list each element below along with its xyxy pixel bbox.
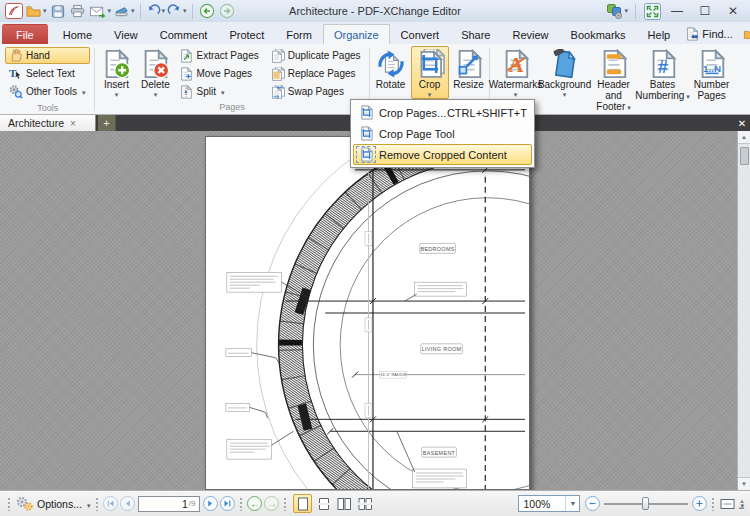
previous-page-button[interactable]	[120, 496, 135, 511]
svg-text:1..N: 1..N	[703, 63, 721, 74]
bates-numbering-button[interactable]: # Bates Numbering	[639, 46, 687, 103]
delete-pages-button[interactable]: Delete ▾	[136, 46, 174, 99]
undo-button[interactable]: ▾	[145, 2, 167, 21]
duplicate-pages-button[interactable]: Duplicate Pages	[268, 47, 366, 64]
search-button[interactable]: Search...	[739, 26, 750, 42]
layout-single-page-button[interactable]	[293, 494, 312, 513]
previous-view-button[interactable]	[197, 2, 217, 21]
folder-icon	[25, 4, 42, 19]
replace-pages-icon	[271, 67, 285, 81]
tab-organize[interactable]: Organize	[323, 24, 390, 44]
minimize-button[interactable]: —	[664, 2, 690, 20]
options-button[interactable]: Options...	[14, 495, 92, 512]
extract-pages-icon	[179, 49, 193, 63]
toolbar-grip	[239, 497, 243, 511]
tab-home[interactable]: Home	[52, 24, 103, 44]
crop-button[interactable]: Crop ▾	[411, 46, 449, 99]
new-tab-button[interactable]	[98, 115, 116, 131]
shortcut-label: CTRL+SHIFT+T	[447, 107, 527, 119]
resize-button[interactable]: Resize	[450, 46, 488, 91]
layout-continuous-button[interactable]	[314, 494, 333, 513]
tab-view[interactable]: View	[103, 24, 149, 44]
fullscreen-button[interactable]	[642, 2, 662, 21]
tab-bookmarks[interactable]: Bookmarks	[560, 24, 637, 44]
previous-view-button-status[interactable]: ←	[247, 496, 262, 511]
split-button[interactable]: Split	[176, 83, 263, 100]
toolbar-grip	[711, 497, 715, 511]
tab-comment[interactable]: Comment	[149, 24, 219, 44]
pdf-page[interactable]: BEDROOMS LIVING ROOM BASEMENT 16'-0" RAD…	[205, 136, 530, 490]
zoom-in-button[interactable]	[692, 496, 707, 511]
document-area[interactable]: BEDROOMS LIVING ROOM BASEMENT 16'-0" RAD…	[0, 131, 750, 490]
scroll-up-icon[interactable]: ▲	[738, 131, 750, 144]
dropdown-arrow-icon: ▾	[115, 91, 119, 98]
dropdown-arrow-icon: ▾	[154, 91, 158, 98]
swap-pages-icon	[271, 85, 285, 99]
layout-two-pages-continuous-button[interactable]	[356, 494, 375, 513]
email-button[interactable]: ▾	[88, 2, 113, 21]
tab-file[interactable]: File	[2, 24, 48, 44]
first-page-button[interactable]	[103, 496, 118, 511]
redo-button[interactable]: ▾	[166, 2, 188, 21]
maximize-button[interactable]: ☐	[692, 2, 718, 20]
resize-icon	[454, 49, 484, 79]
scanner-icon	[113, 4, 130, 19]
menu-item-crop-pages[interactable]: Crop Pages... CTRL+SHIFT+T	[353, 102, 532, 123]
document-tab-architecture[interactable]: Architecture	[0, 115, 96, 131]
header-footer-button[interactable]: Header and Footer	[590, 46, 638, 114]
tab-close-icon[interactable]	[70, 117, 76, 129]
tab-share[interactable]: Share	[450, 24, 501, 44]
swap-pages-button[interactable]: Swap Pages	[268, 83, 366, 100]
tab-help[interactable]: Help	[637, 24, 682, 44]
number-pages-button[interactable]: 1..N Number Pages	[688, 46, 736, 102]
insert-pages-button[interactable]: Insert ▾	[97, 46, 135, 99]
close-document-button[interactable]	[734, 115, 750, 131]
move-pages-button[interactable]: Move Pages	[176, 65, 263, 82]
scroll-down-icon[interactable]: ▼	[738, 477, 750, 490]
zoom-level-select[interactable]: 100% ▼	[518, 495, 580, 512]
separator	[192, 4, 193, 19]
background-button[interactable]: Background ▾	[541, 46, 589, 99]
rotate-button[interactable]: Rotate	[372, 46, 410, 91]
zoom-slider-thumb[interactable]	[642, 497, 649, 510]
fit-page-icon	[720, 498, 735, 510]
watermarks-button[interactable]: A Watermarks ▾	[492, 46, 540, 99]
tab-review[interactable]: Review	[501, 24, 559, 44]
back-arrow-icon	[199, 3, 215, 19]
crop-page-tool-icon	[357, 126, 375, 141]
zoom-slider[interactable]	[604, 496, 688, 511]
printer-icon	[69, 4, 86, 19]
next-view-button-status[interactable]: →	[264, 496, 279, 511]
tab-form[interactable]: Form	[275, 24, 323, 44]
replace-pages-button[interactable]: Replace Pages	[268, 65, 366, 82]
hand-tool-button[interactable]: Hand	[5, 47, 90, 64]
scrollbar-thumb[interactable]	[740, 147, 749, 165]
print-button[interactable]	[68, 2, 88, 21]
find-button[interactable]: Find...	[681, 26, 737, 42]
extract-pages-button[interactable]: Extract Pages	[176, 47, 263, 64]
app-logo-icon	[4, 2, 24, 21]
two-pages-icon	[337, 497, 352, 511]
page-number-field[interactable]: 1/9	[138, 496, 200, 512]
tab-convert[interactable]: Convert	[390, 24, 451, 44]
menu-item-crop-page-tool[interactable]: Crop Page Tool	[353, 123, 532, 144]
statusbar-expand-icon[interactable]: ▲▬	[737, 495, 747, 513]
last-page-icon	[223, 499, 232, 508]
close-button[interactable]: ✕	[720, 2, 746, 20]
next-page-button[interactable]	[203, 496, 218, 511]
select-text-button[interactable]: T Select Text	[5, 65, 90, 82]
scan-button[interactable]: ▾	[112, 2, 136, 21]
zoom-out-button[interactable]	[585, 496, 600, 511]
vertical-scrollbar[interactable]: ▲ ▼	[737, 131, 750, 490]
save-button[interactable]	[48, 2, 68, 21]
last-page-button[interactable]	[220, 496, 235, 511]
other-tools-button[interactable]: Other Tools	[5, 83, 90, 100]
remove-cropped-content-icon	[357, 147, 375, 162]
menu-item-remove-cropped-content[interactable]: Remove Cropped Content	[353, 144, 532, 165]
open-file-button[interactable]: ▾	[24, 2, 48, 21]
delete-page-icon	[140, 49, 170, 79]
layout-two-pages-button[interactable]	[335, 494, 354, 513]
next-view-button[interactable]	[217, 2, 237, 21]
tab-protect[interactable]: Protect	[218, 24, 275, 44]
ui-options-button[interactable]: ▾	[605, 2, 629, 21]
